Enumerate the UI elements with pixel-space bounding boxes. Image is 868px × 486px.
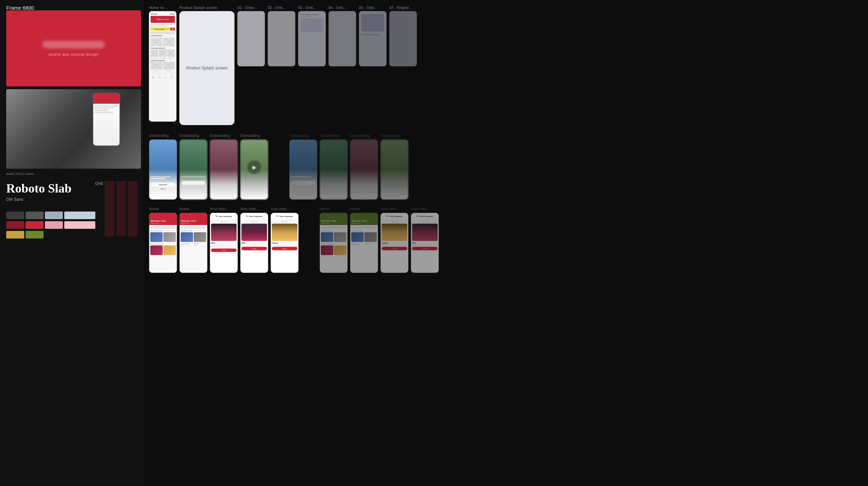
home-header-1: Welcome, Alina Explore more... xyxy=(149,213,177,225)
top-places-label: Top places nearby xyxy=(181,230,206,232)
label-r-home-2: Home xyxy=(350,207,378,211)
main-area: Home no ... Welcome, Alina Bonus credits… xyxy=(143,0,868,486)
label-r-interests-1: Your inter... xyxy=(380,207,409,211)
section-r1: Top places nearby xyxy=(321,230,346,232)
swatch-red-light xyxy=(45,221,63,229)
phone-screen xyxy=(93,93,120,146)
cheese-img-1 xyxy=(272,224,297,241)
search-bar-1 xyxy=(150,226,176,229)
phone-line xyxy=(94,112,114,113)
onb-screen-r2 xyxy=(319,139,348,200)
swatch-light xyxy=(45,212,63,219)
phone-screen-top xyxy=(93,93,120,104)
wine-pour-img-1 xyxy=(211,224,237,241)
continue-btn-1[interactable]: continue xyxy=(211,249,237,252)
onb-screen-4: ▶ xyxy=(240,139,268,200)
style-tags: travel | food | events xyxy=(6,172,141,176)
cheese-r1 xyxy=(334,245,346,255)
home-screen-r1: Welcome, Alina Explore more... Top place… xyxy=(319,213,348,273)
onb-screen-r3 xyxy=(350,139,378,200)
interests-body-1: Tell us 1-3 Wine continue xyxy=(210,220,238,253)
onb-wireframe-02 xyxy=(268,11,295,66)
interests-subtitle-r2: Tell us 1-3 xyxy=(412,221,438,223)
app-labels-right: Home Home Your inter... Your inter... xyxy=(319,207,439,211)
home-body-2: Top places nearby Hiroshi Home Hiroshi F… xyxy=(180,225,207,273)
continue-btn-r1[interactable]: continue xyxy=(382,247,407,250)
left-panel: Frame 6800 mobile app concept design xyxy=(0,0,143,486)
r1-thumb-2 xyxy=(334,232,346,242)
app-screens-row-left: Welcome, Alina Explore more... Top place… xyxy=(149,213,299,273)
app-screens-row-right: Welcome, Alina Explore more... Top place… xyxy=(319,213,439,273)
onb-label-1: Onboarding xyxy=(149,133,177,138)
interests-header-3: ♥ Your interests xyxy=(271,213,298,220)
home-screen-r2: Welcome, Alina Explore more... Top place… xyxy=(350,213,378,273)
home-header-text-1: Welcome, Alina xyxy=(151,220,166,222)
continue-btn-r2[interactable]: continue xyxy=(412,247,438,250)
onb-wireframe-04 xyxy=(328,11,356,66)
onb-screen-r1 xyxy=(289,139,317,200)
app-labels-left: Home Home Your inter... Your inter... Yo… xyxy=(149,207,299,211)
home2-thumb-1 xyxy=(181,232,193,242)
swatch-green xyxy=(26,231,44,239)
hero-red-section: mobile app concept design xyxy=(6,10,141,86)
home-subtext-2: Explore more... xyxy=(181,222,196,224)
cat-thumb-2 xyxy=(163,245,176,255)
heart-icon-r1: ♥ xyxy=(386,215,388,218)
interests-subtitle-1: Tell us 1-3 xyxy=(211,221,237,223)
home-subtext-r1: Explore more... xyxy=(321,222,336,224)
continue-btn-3[interactable]: continue xyxy=(272,247,297,250)
phone-mockup xyxy=(93,93,120,146)
frame-splash: Product Splash screen Product Splash scr… xyxy=(179,6,235,125)
wf-header: Welcome, Alina xyxy=(151,16,175,23)
interests-screen-2: ♥ Your interests Tell us 1-3 Wine contin… xyxy=(240,213,268,273)
phone-line xyxy=(94,105,118,107)
heart-icon-3: ♥ xyxy=(276,215,278,218)
interests-title-2: Your interests xyxy=(249,215,263,217)
search-bar-r1 xyxy=(321,226,346,229)
interests-subtitle-r1: Tell us 1-3 xyxy=(382,221,407,223)
top-row: Home no ... Welcome, Alina Bonus credits… xyxy=(149,6,862,125)
home-screen-2: Welcome, Alina Explore more... Top place… xyxy=(179,213,208,273)
category-wine-1: Wine xyxy=(211,242,237,244)
onb-wireframe-01 xyxy=(237,11,265,66)
cat-row-r1 xyxy=(321,245,346,255)
onb-label-3: Onboarding xyxy=(210,133,238,138)
grid-preview xyxy=(105,181,137,236)
search-bar-r2 xyxy=(351,226,377,229)
hero-photo xyxy=(6,89,141,169)
frame-label-registr: 07 - Registr... xyxy=(389,6,417,10)
interests-body-r2: Tell us 1-3 Wine continue xyxy=(411,220,439,251)
interests-header-2: ♥ Your interests xyxy=(240,213,268,220)
onb-label-r1: Onboarding xyxy=(289,133,317,138)
swatch-gold xyxy=(6,231,24,239)
interests-screen-1: ♥ Your interests Tell us 1-3 Wine contin… xyxy=(210,213,238,273)
home2-thumb-2 xyxy=(194,232,206,242)
onb-group-left: Onboarding Onboarding Onboarding Onboard… xyxy=(149,133,268,200)
label-r-interests-2: Your inter... xyxy=(411,207,439,211)
home-subtext-1: Explore more... xyxy=(151,222,166,224)
mid-section: Onboarding Onboarding Onboarding Onboard… xyxy=(149,133,862,200)
home-header-text-2: Welcome, Alina xyxy=(181,220,196,222)
onb-label-r3: Onboarding xyxy=(350,133,378,138)
onb-screen-3 xyxy=(210,139,238,200)
phone-line xyxy=(94,108,114,109)
thumb-row-home2 xyxy=(181,232,206,242)
frame-onb-02: 02 - Onb... xyxy=(268,6,295,66)
onb-screen-2 xyxy=(179,139,208,200)
category-cheese-1: Cheese xyxy=(272,242,297,244)
r2-thumb-2 xyxy=(364,232,377,242)
splash-screen-card: Product Splash screen xyxy=(179,11,235,125)
onb-label-2: Onboarding xyxy=(179,133,208,138)
onb-wireframe-03 xyxy=(298,11,326,66)
home-header-2: Welcome, Alina Explore more... xyxy=(180,213,207,225)
onb-wireframe-07 xyxy=(389,11,417,66)
swatch-pink xyxy=(64,221,95,229)
continue-btn-2[interactable]: continue xyxy=(241,247,267,250)
frame-label-home: Home no ... xyxy=(149,6,177,10)
label-interests-3: Your inter... xyxy=(270,207,299,211)
wine-r1 xyxy=(321,245,333,255)
grid-col xyxy=(128,181,137,236)
interests-title-r1: Your interests xyxy=(389,215,403,217)
category-wine-2: Wine xyxy=(241,242,267,244)
frame-label-onb01: 01 - Onbo... xyxy=(237,6,265,10)
